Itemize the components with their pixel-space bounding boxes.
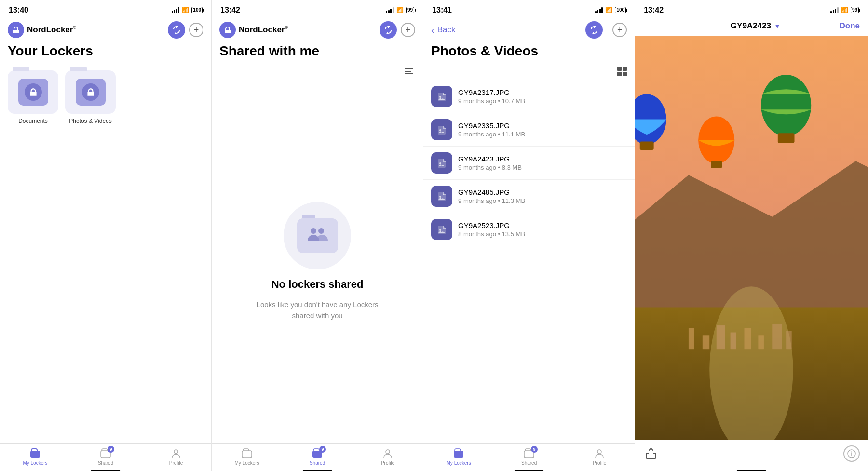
file-icon-1	[431, 119, 452, 140]
status-icons-4: 📶 99	[830, 7, 859, 13]
back-arrow-3[interactable]: ‹	[431, 25, 434, 36]
battery-icon-1: 100	[191, 7, 203, 13]
file-name-2: GY9A2423.JPG	[458, 155, 627, 163]
tab-label-profile-3: Profile	[593, 460, 606, 466]
time-3: 13:41	[432, 6, 452, 14]
share-button-4[interactable]	[643, 445, 659, 462]
file-item-3[interactable]: GY9A2485.JPG 9 months ago • 11.3 MB	[423, 180, 635, 213]
tab-my-lockers-3[interactable]: My Lockers	[423, 447, 494, 466]
file-name-0: GY9A2317.JPG	[458, 88, 627, 96]
svg-point-11	[439, 196, 441, 198]
grid-view-toggle-3[interactable]	[423, 65, 635, 80]
file-info-1: GY9A2335.JPG 9 months ago • 11.1 MB	[458, 121, 627, 138]
page-title-2: Shared with me	[212, 43, 423, 65]
add-button-3[interactable]: +	[612, 23, 627, 37]
logo-text-1: NordLocker®	[27, 25, 76, 35]
svg-rect-22	[717, 325, 725, 349]
locker-label-photos: Photos & Videos	[69, 118, 112, 124]
folder-icon-documents	[8, 70, 58, 114]
info-button-4[interactable]	[843, 445, 860, 462]
file-icon-2	[431, 152, 452, 174]
tab-shared-1[interactable]: 9 Shared	[70, 447, 141, 466]
file-item-1[interactable]: GY9A2335.JPG 9 months ago • 11.1 MB	[423, 113, 635, 147]
tab-icon-profile-3	[593, 447, 606, 459]
sync-button-3[interactable]	[585, 21, 603, 39]
svg-rect-42	[711, 161, 722, 168]
people-icon	[307, 225, 328, 246]
svg-point-2	[174, 450, 178, 454]
svg-rect-21	[703, 335, 709, 349]
file-item-4[interactable]: GY9A2523.JPG 8 months ago • 13.5 MB	[423, 213, 635, 246]
file-item-0[interactable]: GY9A2317.JPG 9 months ago • 10.7 MB	[423, 80, 635, 113]
signal-icon-1	[172, 7, 180, 13]
file-meta-4: 8 months ago • 13.5 MB	[458, 230, 627, 238]
sync-button-1[interactable]	[168, 21, 185, 39]
svg-point-8	[439, 96, 441, 98]
nordlocker-logo-1	[8, 22, 24, 38]
tab-icon-shared-1: 9	[99, 447, 112, 459]
empty-state-shared: No lockers shared Looks like you don't h…	[212, 80, 423, 443]
tab-icon-lockers-2	[240, 447, 254, 459]
logo-area-1: NordLocker®	[8, 22, 76, 38]
screen-shared-with-me: 13:42 📶 99 NordLocker®	[212, 0, 423, 471]
folder-icon-photos	[65, 70, 116, 114]
tab-shared-2[interactable]: 9 Shared	[282, 447, 353, 466]
svg-point-7	[386, 450, 390, 454]
tab-icon-profile-1	[169, 447, 183, 459]
tab-label-shared-1: Shared	[98, 460, 113, 466]
tab-profile-1[interactable]: Profile	[141, 447, 211, 466]
tab-shared-3[interactable]: 9 Shared	[494, 447, 564, 466]
list-view-toggle-2[interactable]	[212, 65, 423, 80]
file-icon-3	[431, 186, 452, 207]
tab-profile-2[interactable]: Profile	[353, 447, 423, 466]
file-item-2[interactable]: GY9A2423.JPG 9 months ago • 8.3 MB	[423, 147, 635, 180]
svg-point-4	[318, 228, 324, 234]
empty-title-shared: No lockers shared	[271, 278, 364, 291]
file-info-4: GY9A2523.JPG 8 months ago • 13.5 MB	[458, 221, 627, 238]
locker-photos-videos[interactable]: Photos & Videos	[65, 70, 116, 124]
svg-point-35	[761, 75, 811, 136]
preview-image-svg	[635, 36, 868, 440]
time-4: 13:42	[644, 6, 664, 14]
tab-label-profile-2: Profile	[381, 460, 394, 466]
tab-label-lockers-2: My Lockers	[234, 460, 259, 466]
tab-icon-shared-3: 9	[522, 447, 536, 459]
file-icon-4	[431, 219, 452, 240]
add-button-1[interactable]: +	[189, 23, 203, 37]
file-info-3: GY9A2485.JPG 9 months ago • 11.3 MB	[458, 188, 627, 204]
tab-label-lockers-3: My Lockers	[447, 460, 471, 466]
file-icon-0	[431, 86, 452, 107]
svg-rect-5	[242, 451, 252, 458]
tab-profile-3[interactable]: Profile	[564, 447, 635, 466]
svg-rect-13	[454, 451, 463, 458]
locker-documents[interactable]: Documents	[8, 70, 58, 124]
logo-text-2: NordLocker®	[239, 25, 288, 35]
svg-rect-27	[786, 331, 792, 350]
tab-icon-profile-2	[381, 447, 394, 459]
screen-your-lockers: 13:40 📶 100 NordLocker®	[0, 0, 212, 471]
locker-selector[interactable]: GY9A2423 ▼	[731, 21, 781, 31]
battery-icon-2: 99	[406, 7, 414, 13]
wifi-icon-1: 📶	[182, 7, 189, 13]
tab-my-lockers-2[interactable]: My Lockers	[212, 447, 282, 466]
svg-rect-36	[778, 133, 795, 143]
back-text-3[interactable]: Back	[437, 25, 456, 35]
hamburger-icon-2	[403, 67, 415, 76]
tab-bar-3: My Lockers 9 Shared Profile	[423, 443, 635, 468]
wifi-icon-4: 📶	[841, 7, 848, 13]
status-icons-1: 📶 100	[172, 7, 203, 13]
locker-name: GY9A2423	[731, 21, 771, 31]
sync-button-2[interactable]	[380, 21, 397, 39]
svg-rect-0	[30, 451, 40, 458]
tab-badge-shared-3: 9	[531, 446, 538, 453]
tab-my-lockers-1[interactable]: My Lockers	[0, 447, 70, 466]
add-button-2[interactable]: +	[401, 23, 415, 37]
back-nav-3: ‹ Back +	[423, 18, 635, 43]
done-button[interactable]: Done	[840, 21, 860, 31]
empty-icon-shared	[284, 202, 351, 269]
tab-label-lockers-1: My Lockers	[23, 460, 47, 466]
file-info-2: GY9A2423.JPG 9 months ago • 8.3 MB	[458, 155, 627, 171]
screen-image-preview: 13:42 📶 99 GY9A2423 ▼ Done	[635, 0, 868, 471]
svg-rect-20	[689, 328, 694, 349]
grid-icon-3	[617, 67, 627, 76]
